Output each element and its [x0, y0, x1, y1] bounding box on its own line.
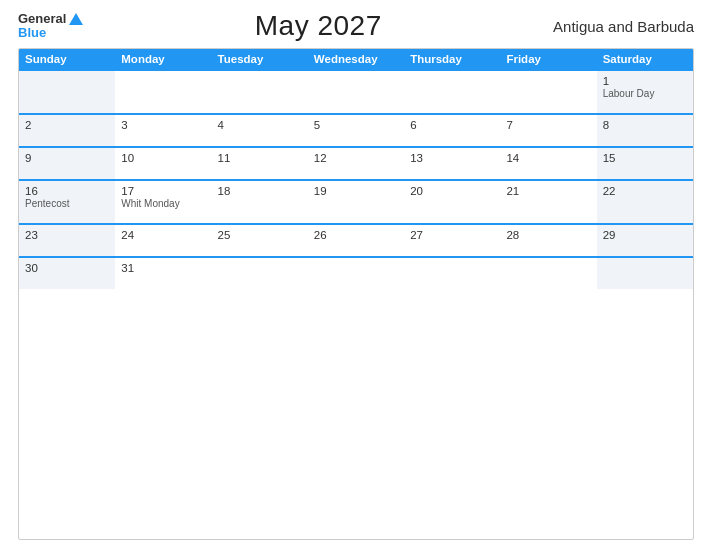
- weekday-header-friday: Friday: [500, 49, 596, 70]
- calendar-cell: 13: [404, 147, 500, 180]
- weekday-header-sunday: Sunday: [19, 49, 115, 70]
- day-number: 14: [506, 152, 590, 164]
- day-number: 20: [410, 185, 494, 197]
- calendar-cell: [404, 257, 500, 289]
- day-number: 13: [410, 152, 494, 164]
- day-number: 24: [121, 229, 205, 241]
- calendar-cell: 22: [597, 180, 693, 224]
- calendar-cell: 20: [404, 180, 500, 224]
- calendar-cell: 30: [19, 257, 115, 289]
- calendar-cell: [308, 257, 404, 289]
- weekday-header-thursday: Thursday: [404, 49, 500, 70]
- calendar-cell: 10: [115, 147, 211, 180]
- day-number: 22: [603, 185, 687, 197]
- day-number: 19: [314, 185, 398, 197]
- day-number: 30: [25, 262, 109, 274]
- holiday-label: Whit Monday: [121, 198, 205, 209]
- calendar-cell: [308, 70, 404, 114]
- day-number: 2: [25, 119, 109, 131]
- weekday-header-row: SundayMondayTuesdayWednesdayThursdayFrid…: [19, 49, 693, 70]
- logo-blue-text: Blue: [18, 26, 83, 40]
- calendar-week-row: 23242526272829: [19, 224, 693, 257]
- calendar-cell: [212, 257, 308, 289]
- day-number: 21: [506, 185, 590, 197]
- day-number: 5: [314, 119, 398, 131]
- day-number: 7: [506, 119, 590, 131]
- calendar-cell: [115, 70, 211, 114]
- day-number: 23: [25, 229, 109, 241]
- day-number: 8: [603, 119, 687, 131]
- logo: General Blue: [18, 12, 83, 41]
- calendar-cell: 5: [308, 114, 404, 147]
- calendar-cell: [19, 70, 115, 114]
- weekday-header-tuesday: Tuesday: [212, 49, 308, 70]
- header: General Blue May 2027 Antigua and Barbud…: [18, 10, 694, 42]
- calendar-cell: 8: [597, 114, 693, 147]
- day-number: 27: [410, 229, 494, 241]
- page: General Blue May 2027 Antigua and Barbud…: [0, 0, 712, 550]
- day-number: 16: [25, 185, 109, 197]
- day-number: 6: [410, 119, 494, 131]
- calendar-cell: [500, 257, 596, 289]
- calendar-cell: 2: [19, 114, 115, 147]
- day-number: 29: [603, 229, 687, 241]
- calendar-cell: 11: [212, 147, 308, 180]
- calendar-cell: 25: [212, 224, 308, 257]
- calendar-week-row: 3031: [19, 257, 693, 289]
- holiday-label: Labour Day: [603, 88, 687, 99]
- day-number: 12: [314, 152, 398, 164]
- calendar-body: 1Labour Day2345678910111213141516Penteco…: [19, 70, 693, 289]
- day-number: 18: [218, 185, 302, 197]
- calendar-cell: 12: [308, 147, 404, 180]
- calendar-cell: 31: [115, 257, 211, 289]
- calendar-cell: 4: [212, 114, 308, 147]
- calendar-cell: 18: [212, 180, 308, 224]
- weekday-header-monday: Monday: [115, 49, 211, 70]
- calendar-table: SundayMondayTuesdayWednesdayThursdayFrid…: [19, 49, 693, 289]
- calendar-cell: 15: [597, 147, 693, 180]
- calendar-week-row: 9101112131415: [19, 147, 693, 180]
- calendar-cell: 27: [404, 224, 500, 257]
- day-number: 15: [603, 152, 687, 164]
- day-number: 31: [121, 262, 205, 274]
- calendar-cell: 7: [500, 114, 596, 147]
- day-number: 17: [121, 185, 205, 197]
- calendar-title: May 2027: [255, 10, 382, 42]
- weekday-header-wednesday: Wednesday: [308, 49, 404, 70]
- day-number: 9: [25, 152, 109, 164]
- calendar-cell: 6: [404, 114, 500, 147]
- calendar-week-row: 1Labour Day: [19, 70, 693, 114]
- calendar-cell: 17Whit Monday: [115, 180, 211, 224]
- calendar-cell: 26: [308, 224, 404, 257]
- calendar-cell: 3: [115, 114, 211, 147]
- calendar-cell: [404, 70, 500, 114]
- weekday-header-saturday: Saturday: [597, 49, 693, 70]
- calendar-cell: 29: [597, 224, 693, 257]
- day-number: 3: [121, 119, 205, 131]
- calendar-header: SundayMondayTuesdayWednesdayThursdayFrid…: [19, 49, 693, 70]
- holiday-label: Pentecost: [25, 198, 109, 209]
- calendar-cell: 28: [500, 224, 596, 257]
- day-number: 11: [218, 152, 302, 164]
- calendar-cell: 21: [500, 180, 596, 224]
- calendar-cell: 1Labour Day: [597, 70, 693, 114]
- calendar-cell: [597, 257, 693, 289]
- country-name: Antigua and Barbuda: [553, 18, 694, 35]
- logo-general: General: [18, 12, 83, 26]
- day-number: 4: [218, 119, 302, 131]
- calendar-week-row: 2345678: [19, 114, 693, 147]
- calendar-cell: 19: [308, 180, 404, 224]
- day-number: 26: [314, 229, 398, 241]
- calendar-week-row: 16Pentecost17Whit Monday1819202122: [19, 180, 693, 224]
- calendar-cell: 14: [500, 147, 596, 180]
- calendar-cell: [212, 70, 308, 114]
- calendar-wrapper: SundayMondayTuesdayWednesdayThursdayFrid…: [18, 48, 694, 540]
- calendar-cell: 16Pentecost: [19, 180, 115, 224]
- calendar-cell: 24: [115, 224, 211, 257]
- logo-general-text: General: [18, 12, 66, 26]
- logo-triangle-icon: [69, 13, 83, 25]
- day-number: 10: [121, 152, 205, 164]
- day-number: 1: [603, 75, 687, 87]
- calendar-cell: 23: [19, 224, 115, 257]
- day-number: 28: [506, 229, 590, 241]
